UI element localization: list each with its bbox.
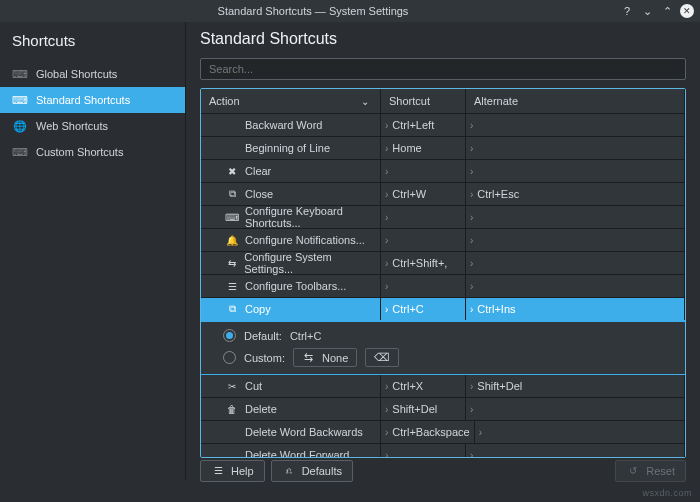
search-input[interactable] [200,58,686,80]
cell-alternate[interactable]: › [466,275,685,297]
row-icon: ⧉ [225,302,239,316]
chevron-right-icon: › [479,427,482,438]
reset-button[interactable]: ↺ Reset [615,460,686,482]
alternate-value: Shift+Del [477,380,522,392]
cell-shortcut[interactable]: › [381,275,466,297]
table-row[interactable]: ⧉Close›Ctrl+W›Ctrl+Esc [201,183,685,206]
cell-shortcut[interactable]: › [381,444,466,457]
default-radio[interactable] [223,329,236,342]
table-row[interactable]: ⇆Configure System Settings...›Ctrl+Shift… [201,252,685,275]
table-row[interactable]: Delete Word Backwards›Ctrl+Backspace› [201,421,685,444]
sidebar-item-standard-shortcuts[interactable]: ⌨ Standard Shortcuts [0,87,185,113]
cell-action: Delete Word Forward [201,444,381,457]
page-title: Standard Shortcuts [186,22,700,58]
cell-action: 🗑Delete [201,398,381,420]
chevron-right-icon: › [470,404,473,415]
sidebar-item-label: Custom Shortcuts [36,146,123,158]
table-row[interactable]: ✂Cut›Ctrl+X›Shift+Del [201,375,685,398]
default-value: Ctrl+C [290,330,321,342]
keyboard-icon: ⌨ [12,66,28,82]
row-icon [225,425,239,439]
cell-shortcut[interactable]: ›Ctrl+Backspace [381,421,475,443]
table-row[interactable]: ✖Clear›› [201,160,685,183]
cell-shortcut[interactable]: ›Ctrl+W [381,183,466,205]
chevron-right-icon: › [470,281,473,292]
table-row[interactable]: ⧉Copy›Ctrl+C›Ctrl+Ins [201,298,685,321]
table-body[interactable]: Backward Word›Ctrl+Left›Beginning of Lin… [201,114,685,457]
column-header-alternate[interactable]: Alternate [466,89,685,113]
cell-alternate[interactable]: › [466,398,685,420]
row-icon [225,448,239,457]
minimize-button[interactable]: ⌄ [640,4,654,18]
row-label: Copy [245,303,271,315]
cell-shortcut[interactable]: ›Ctrl+Left [381,114,466,136]
cell-action: 🔔Configure Notifications... [201,229,381,251]
cell-action: ✂Cut [201,375,381,397]
cell-alternate[interactable]: › [475,421,685,443]
sidebar-item-label: Global Shortcuts [36,68,117,80]
maximize-button[interactable]: ⌃ [660,4,674,18]
cell-alternate[interactable]: ›Ctrl+Esc [466,183,685,205]
cell-alternate[interactable]: › [466,229,685,251]
custom-label: Custom: [244,352,285,364]
table-row[interactable]: Delete Word Forward›› [201,444,685,457]
help-titlebar-button[interactable]: ? [620,4,634,18]
chevron-right-icon: › [470,143,473,154]
table-row[interactable]: ⌨Configure Keyboard Shortcuts...›› [201,206,685,229]
row-icon: ✖ [225,164,239,178]
chevron-right-icon: › [470,450,473,458]
cell-alternate[interactable]: › [466,114,685,136]
watermark: wsxdn.com [642,488,692,498]
chevron-right-icon: › [385,189,388,200]
cell-alternate[interactable]: › [466,444,685,457]
cell-action: Backward Word [201,114,381,136]
table-row[interactable]: ☰Configure Toolbars...›› [201,275,685,298]
reset-icon: ↺ [626,464,640,478]
sidebar-item-custom-shortcuts[interactable]: ⌨ Custom Shortcuts [0,139,185,165]
sidebar-title: Shortcuts [0,22,185,61]
defaults-button[interactable]: ⎌ Defaults [271,460,353,482]
cell-alternate[interactable]: › [466,252,685,274]
row-label: Configure Keyboard Shortcuts... [245,205,376,229]
cell-action: ⇆Configure System Settings... [201,252,381,274]
cell-shortcut[interactable]: ›Shift+Del [381,398,466,420]
custom-shortcut-button[interactable]: ⇆None [293,348,357,367]
sidebar-item-global-shortcuts[interactable]: ⌨ Global Shortcuts [0,61,185,87]
cell-action: Delete Word Backwards [201,421,381,443]
cell-shortcut[interactable]: ›Home [381,137,466,159]
swap-icon: ⇆ [302,351,316,364]
table-row[interactable]: Backward Word›Ctrl+Left› [201,114,685,137]
cell-alternate[interactable]: › [466,137,685,159]
row-icon [225,118,239,132]
cell-alternate[interactable]: ›Ctrl+Ins [466,298,685,320]
chevron-right-icon: › [385,381,388,392]
cell-alternate[interactable]: ›Shift+Del [466,375,685,397]
table-row[interactable]: Beginning of Line›Home› [201,137,685,160]
close-window-button[interactable]: ✕ [680,4,694,18]
cell-shortcut[interactable]: ›Ctrl+Shift+, [381,252,466,274]
sidebar-item-web-shortcuts[interactable]: 🌐 Web Shortcuts [0,113,185,139]
column-header-shortcut[interactable]: Shortcut [381,89,466,113]
cell-shortcut[interactable]: ›Ctrl+C [381,298,466,320]
table-row[interactable]: 🔔Configure Notifications...›› [201,229,685,252]
chevron-right-icon: › [470,258,473,269]
clear-shortcut-button[interactable]: ⌫ [365,348,399,367]
table-row[interactable]: 🗑Delete›Shift+Del› [201,398,685,421]
help-button[interactable]: ☰ Help [200,460,265,482]
cell-alternate[interactable]: › [466,206,685,228]
chevron-right-icon: › [385,258,388,269]
shortcut-value: Ctrl+Left [392,119,434,131]
cell-shortcut[interactable]: ›Ctrl+X [381,375,466,397]
defaults-icon: ⎌ [282,464,296,478]
chevron-right-icon: › [470,304,473,315]
window-title: Standard Shortcuts — System Settings [6,5,620,17]
cell-shortcut[interactable]: › [381,160,466,182]
cell-shortcut[interactable]: › [381,206,466,228]
custom-radio[interactable] [223,351,236,364]
cell-alternate[interactable]: › [466,160,685,182]
button-label: Help [231,465,254,477]
cell-action: ⧉Copy [201,298,381,320]
column-header-action[interactable]: Action ⌄ [201,89,381,113]
cell-shortcut[interactable]: › [381,229,466,251]
row-icon: 🗑 [225,402,239,416]
